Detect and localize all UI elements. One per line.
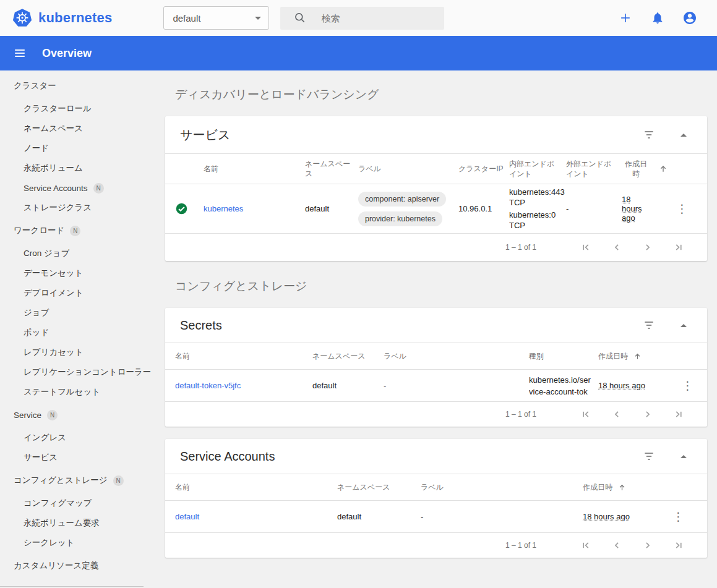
- sidebar-item-nodes[interactable]: ノード: [0, 138, 164, 158]
- create-button[interactable]: [613, 6, 638, 30]
- menu-button[interactable]: [6, 40, 33, 67]
- plus-icon: [619, 11, 632, 25]
- collapse-button[interactable]: [671, 313, 696, 338]
- next-page-button[interactable]: [640, 240, 655, 255]
- col-created[interactable]: 作成日時: [598, 351, 682, 361]
- first-page-button[interactable]: [578, 538, 593, 553]
- sidebar-item-label: カスタムリソース定義: [14, 560, 98, 571]
- sidebar-item-label: ステートフルセット: [24, 386, 100, 398]
- search-bar[interactable]: [280, 7, 444, 30]
- previous-page-button[interactable]: [609, 407, 624, 422]
- arrow-up-icon: [681, 324, 687, 327]
- namespace-select[interactable]: default: [163, 6, 269, 30]
- sidebar-item-service-accounts[interactable]: Service AccountsN: [0, 178, 164, 198]
- sidebar-item-persistent-volume-claims[interactable]: 永続ボリューム要求: [0, 513, 164, 533]
- sidebar-item-config-maps[interactable]: コンフィグマップ: [0, 493, 164, 513]
- label-chip: component: apiserver: [358, 192, 446, 207]
- first-page-button[interactable]: [578, 240, 593, 255]
- service-accounts-pagination: 1 – 1 of 1: [165, 533, 707, 558]
- last-page-button[interactable]: [671, 407, 686, 422]
- service-name-link[interactable]: kubernetes: [204, 204, 243, 213]
- secrets-card-title: Secrets: [180, 318, 222, 333]
- sidebar-item-replication-controllers[interactable]: レプリケーションコントローラー: [0, 362, 164, 382]
- col-namespace: ネームスペース: [305, 159, 358, 179]
- sidebar-item-replica-sets[interactable]: レプリカセット: [0, 343, 164, 362]
- sidebar-item-label: ノード: [24, 143, 49, 154]
- last-page-button[interactable]: [671, 240, 686, 255]
- next-page-button[interactable]: [640, 407, 655, 422]
- sidebar-item-storage-classes[interactable]: ストレージクラス: [0, 198, 164, 218]
- secret-namespace: default: [312, 381, 384, 390]
- first-page-button[interactable]: [578, 407, 593, 422]
- sidebar-item-secrets[interactable]: シークレット: [0, 533, 164, 553]
- new-badge: N: [93, 183, 104, 194]
- filter-button[interactable]: [637, 122, 661, 147]
- search-icon: [294, 12, 306, 24]
- sidebar-item-workloads[interactable]: ワークロードN: [0, 218, 164, 244]
- sidebar-item-ingresses[interactable]: イングレス: [0, 428, 164, 448]
- pagination-range: 1 – 1 of 1: [505, 541, 536, 550]
- col-namespace: ネームスペース: [312, 351, 384, 361]
- sidebar-item-cluster-roles[interactable]: クラスターロール: [0, 99, 164, 119]
- col-created[interactable]: 作成日時: [583, 482, 672, 492]
- sidebar-item-label: ワークロード: [14, 225, 64, 236]
- previous-page-button[interactable]: [609, 538, 624, 553]
- service-external-endpoints: -: [566, 204, 622, 213]
- col-name[interactable]: 名前: [175, 482, 337, 492]
- sidebar-item-label: Cron ジョブ: [24, 248, 69, 259]
- secret-name-link[interactable]: default-token-v5jfc: [175, 381, 241, 390]
- new-badge: N: [70, 226, 80, 236]
- sidebar-item-stateful-sets[interactable]: ステートフルセット: [0, 382, 164, 402]
- service-account-name-link[interactable]: default: [175, 512, 199, 521]
- sidebar-item-custom-resource-definitions[interactable]: カスタムリソース定義: [0, 553, 164, 579]
- sidebar-item-pods[interactable]: ポッド: [0, 323, 164, 343]
- status-ok-icon: [175, 202, 204, 215]
- row-menu-button[interactable]: ⋮: [682, 379, 693, 392]
- app-toolbar: Overview: [0, 36, 717, 70]
- sidebar-item-cron-jobs[interactable]: Cron ジョブ: [0, 244, 164, 263]
- col-name[interactable]: 名前: [175, 351, 312, 361]
- sidebar-item-config-and-storage[interactable]: コンフィグとストレージN: [0, 467, 164, 493]
- row-menu-button[interactable]: ⋮: [676, 202, 688, 215]
- sidebar-item-daemon-sets[interactable]: デーモンセット: [0, 263, 164, 283]
- previous-page-button[interactable]: [609, 240, 624, 255]
- sidebar-item-persistent-volumes[interactable]: 永続ボリューム: [0, 158, 164, 178]
- secret-type: kubernetes.io/service-account-token: [529, 374, 598, 398]
- notifications-button[interactable]: [645, 6, 670, 30]
- account-button[interactable]: [677, 6, 702, 30]
- next-page-button[interactable]: [640, 538, 655, 553]
- row-menu-button[interactable]: ⋮: [672, 510, 684, 523]
- filter-button[interactable]: [637, 444, 661, 469]
- service-labels: component: apiserver provider: kubernete…: [358, 192, 458, 226]
- col-name[interactable]: 名前: [204, 164, 305, 174]
- col-labels: ラベル: [421, 482, 583, 492]
- collapse-button[interactable]: [671, 122, 696, 147]
- sidebar-item-service[interactable]: ServiceN: [0, 402, 164, 428]
- service-cluster-ip: 10.96.0.1: [458, 204, 509, 213]
- sidebar-item-label: レプリカセット: [24, 347, 84, 358]
- service-accounts-card-title: Service Accounts: [180, 450, 275, 464]
- filter-button[interactable]: [637, 313, 661, 338]
- service-row-kubernetes: kubernetes default component: apiserver …: [165, 184, 707, 234]
- new-badge: N: [47, 410, 58, 420]
- service-accounts-card: Service Accounts 名前 ネームスペース ラベル 作成日時: [165, 439, 707, 558]
- collapse-button[interactable]: [671, 444, 696, 469]
- sidebar-item-namespaces[interactable]: ネームスペース: [0, 119, 164, 138]
- chevron-down-icon: [255, 17, 261, 20]
- sidebar-item-jobs[interactable]: ジョブ: [0, 303, 164, 323]
- kubernetes-logo[interactable]: kubernetes: [12, 8, 112, 28]
- service-created: 18 hours ago: [622, 195, 655, 223]
- col-created[interactable]: 作成日時: [622, 159, 655, 179]
- sort-asc-icon: [655, 164, 676, 174]
- last-page-button[interactable]: [671, 538, 686, 553]
- sidebar-divider: [0, 586, 144, 587]
- search-input[interactable]: [321, 13, 426, 23]
- sidebar-item-services[interactable]: サービス: [0, 448, 164, 467]
- service-account-row: default default - 18 hours ago ⋮: [165, 501, 707, 533]
- sidebar-item-label: 永続ボリューム要求: [24, 518, 100, 529]
- sidebar-item-deployments[interactable]: デプロイメント: [0, 283, 164, 303]
- secret-row: default-token-v5jfc default - kubernetes…: [165, 370, 707, 402]
- sidebar-item-cluster[interactable]: クラスター: [0, 73, 164, 99]
- sidebar-item-label: コンフィグマップ: [24, 498, 92, 509]
- sidebar-item-label: レプリケーションコントローラー: [24, 367, 151, 378]
